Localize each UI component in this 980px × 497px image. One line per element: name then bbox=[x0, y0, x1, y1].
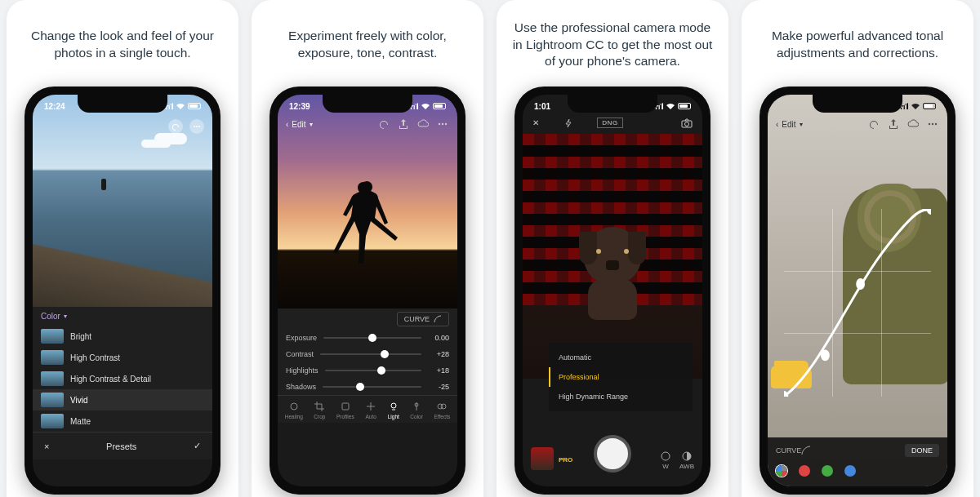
notch bbox=[813, 95, 902, 113]
preset-item[interactable]: High Contrast bbox=[33, 347, 212, 368]
curve-bottom-panel: CURVE DONE bbox=[768, 437, 947, 486]
battery-icon bbox=[678, 103, 691, 109]
svg-point-5 bbox=[445, 123, 447, 125]
undo-icon[interactable] bbox=[168, 119, 183, 134]
channel-red[interactable] bbox=[799, 465, 810, 477]
close-camera-button[interactable]: ✕ bbox=[532, 118, 539, 127]
undo-icon[interactable] bbox=[867, 118, 880, 131]
tool-auto[interactable]: Auto bbox=[365, 401, 376, 419]
photo-preview[interactable] bbox=[33, 95, 212, 307]
clock: 12:39 bbox=[289, 102, 310, 111]
channel-picker bbox=[776, 465, 939, 477]
curve-label: CURVE bbox=[776, 446, 801, 455]
slider-exposure[interactable]: Exposure0.00 bbox=[278, 330, 457, 346]
more-icon[interactable] bbox=[189, 119, 204, 134]
curve-button[interactable]: CURVE bbox=[397, 312, 449, 326]
phone-frame: 1:01 ✕ DNG bbox=[514, 87, 710, 495]
panel-title: Presets bbox=[106, 442, 136, 451]
channel-rgb[interactable] bbox=[776, 465, 787, 477]
phone-frame: 12:24 Color▾ Brigh bbox=[24, 87, 220, 495]
svg-point-21 bbox=[856, 278, 865, 290]
switch-camera-icon[interactable] bbox=[681, 118, 693, 128]
clock: 1:01 bbox=[534, 102, 550, 111]
channel-green[interactable] bbox=[822, 465, 833, 477]
clock: 12:24 bbox=[44, 102, 65, 111]
wb-toggle[interactable]: W bbox=[660, 450, 671, 470]
card-caption: Change the look and feel of your photos … bbox=[7, 15, 238, 87]
back-button[interactable]: ‹ bbox=[286, 120, 288, 129]
svg-point-0 bbox=[194, 126, 195, 127]
screen-title: Edit bbox=[292, 120, 305, 129]
awb-icon bbox=[681, 450, 693, 462]
tool-color[interactable]: Color bbox=[410, 401, 423, 419]
notch bbox=[78, 95, 167, 113]
svg-point-4 bbox=[442, 123, 443, 125]
done-button[interactable]: DONE bbox=[905, 444, 939, 457]
tool-crop[interactable]: Crop bbox=[314, 401, 325, 419]
app-store-card-1: Change the look and feel of your photos … bbox=[7, 0, 238, 497]
tool-effects[interactable]: Effects bbox=[434, 401, 450, 419]
share-icon[interactable] bbox=[397, 118, 410, 131]
screen-title: Edit bbox=[782, 120, 795, 129]
chevron-down-icon[interactable]: ▾ bbox=[800, 121, 803, 128]
svg-point-19 bbox=[784, 391, 788, 397]
curve-icon bbox=[434, 315, 442, 323]
share-icon[interactable] bbox=[887, 118, 900, 131]
camera-viewfinder[interactable] bbox=[523, 134, 702, 379]
slider-contrast[interactable]: Contrast+28 bbox=[278, 346, 457, 362]
wifi-icon bbox=[176, 102, 185, 110]
confirm-button[interactable]: ✓ bbox=[194, 441, 201, 451]
channel-blue[interactable] bbox=[844, 465, 856, 477]
svg-rect-7 bbox=[342, 403, 349, 410]
curve-editor[interactable] bbox=[784, 209, 931, 397]
card-caption: Make powerful advanced tonal adjustments… bbox=[742, 15, 973, 87]
undo-icon[interactable] bbox=[377, 118, 390, 131]
battery-icon bbox=[923, 103, 936, 109]
mode-professional-selected[interactable]: Professional bbox=[549, 367, 693, 387]
chevron-down-icon: ▾ bbox=[64, 313, 67, 320]
shutter-button[interactable] bbox=[594, 435, 631, 473]
preset-item[interactable]: High Contrast & Detail bbox=[33, 368, 212, 389]
flash-icon[interactable] bbox=[564, 118, 573, 128]
tool-light-selected[interactable]: Light bbox=[388, 401, 399, 419]
svg-point-3 bbox=[439, 123, 440, 125]
wb-icon bbox=[660, 450, 671, 462]
wifi-icon bbox=[421, 102, 430, 110]
status-icons bbox=[653, 102, 691, 110]
mode-automatic[interactable]: Automatic bbox=[549, 348, 693, 367]
format-badge[interactable]: DNG bbox=[597, 118, 622, 128]
awb-toggle[interactable]: AWB bbox=[679, 450, 694, 470]
svg-point-11 bbox=[441, 404, 446, 409]
app-screen-presets: 12:24 Color▾ Brigh bbox=[33, 95, 212, 486]
battery-icon bbox=[188, 103, 201, 109]
preset-item[interactable]: Bright bbox=[33, 326, 212, 347]
more-icon[interactable] bbox=[926, 118, 939, 131]
preset-item[interactable]: Matte bbox=[33, 410, 212, 432]
battery-icon bbox=[433, 103, 446, 109]
photo-preview[interactable]: ‹ Edit ▾ bbox=[278, 95, 457, 308]
dog-subject bbox=[576, 227, 649, 325]
cloud-icon[interactable] bbox=[416, 118, 430, 131]
camera-bottom-bar: PRO W AWB bbox=[523, 421, 702, 486]
slider-highlights[interactable]: Highlights+18 bbox=[278, 362, 457, 379]
photo-preview[interactable]: ‹ Edit ▾ bbox=[768, 95, 947, 486]
tool-profiles[interactable]: Profiles bbox=[336, 401, 354, 419]
svg-point-16 bbox=[929, 123, 930, 125]
preset-category[interactable]: Color▾ bbox=[33, 307, 212, 326]
presets-panel: Color▾ Bright High Contrast High Contras… bbox=[33, 307, 212, 459]
tool-healing[interactable]: Healing bbox=[285, 401, 303, 419]
cloud-icon[interactable] bbox=[906, 118, 920, 131]
mode-hdr[interactable]: High Dynamic Range bbox=[549, 387, 693, 406]
more-icon[interactable] bbox=[436, 118, 449, 131]
wifi-icon bbox=[666, 102, 675, 110]
chevron-down-icon[interactable]: ▾ bbox=[310, 121, 313, 128]
close-button[interactable]: × bbox=[44, 442, 49, 451]
preset-item-selected[interactable]: Vivid bbox=[33, 389, 212, 410]
back-button[interactable]: ‹ bbox=[776, 120, 778, 129]
light-panel: CURVE Exposure0.00 Contrast+28 Highlight… bbox=[278, 308, 457, 423]
svg-point-13 bbox=[684, 122, 688, 126]
last-photo-thumbnail[interactable] bbox=[531, 447, 554, 470]
pro-badge[interactable]: PRO bbox=[559, 456, 572, 464]
slider-shadows[interactable]: Shadows-25 bbox=[278, 379, 457, 395]
card-caption: Experiment freely with color, exposure, … bbox=[252, 15, 483, 87]
